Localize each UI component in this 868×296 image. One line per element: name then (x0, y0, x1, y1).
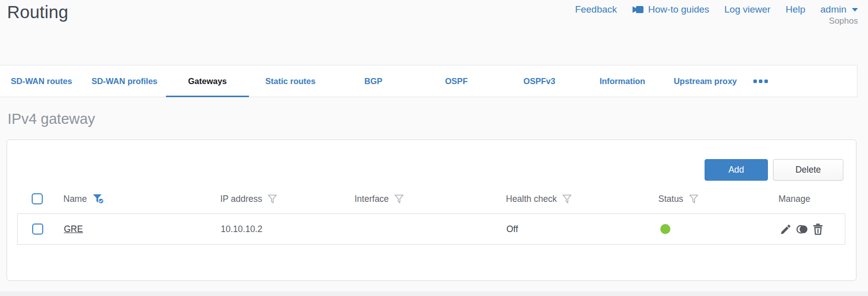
tab-sdwan-routes[interactable]: SD-WAN routes (0, 65, 83, 97)
status-up-indicator (660, 224, 670, 234)
clone-icon[interactable] (796, 224, 808, 235)
ip-address-cell: 10.10.10.2 (221, 224, 355, 235)
brand-label: Sophos (829, 16, 858, 26)
log-viewer-link[interactable]: Log viewer (724, 4, 770, 15)
manage-cell (779, 224, 846, 235)
delete-button[interactable]: Delete (773, 159, 843, 181)
funnel-filter-active-icon[interactable] (92, 193, 105, 204)
gateway-panel: Add Delete Name IP address (7, 139, 856, 281)
edit-pencil-icon[interactable] (780, 224, 792, 235)
gateway-name-link[interactable]: GRE (64, 224, 83, 234)
user-name-label: admin (820, 4, 846, 15)
tab-information[interactable]: Information (581, 65, 664, 97)
funnel-filter-icon[interactable] (562, 194, 572, 204)
howto-guides-link[interactable]: How-to guides (632, 4, 709, 15)
column-header-name: Name (63, 194, 87, 204)
gateway-table: Name IP address Interfac (17, 184, 845, 245)
funnel-filter-icon[interactable] (688, 194, 699, 204)
top-navigation: Feedback How-to guides Log viewer Help a… (575, 4, 858, 15)
column-header-manage: Manage (778, 194, 810, 204)
toolbar: Add Delete (705, 159, 843, 181)
health-check-cell: Off (506, 224, 659, 235)
section-heading: IPv4 gateway (8, 111, 95, 127)
delete-trash-icon[interactable] (813, 224, 823, 235)
column-header-status: Status (658, 194, 683, 204)
video-camera-icon (632, 6, 644, 14)
column-header-ip-address: IP address (220, 194, 262, 204)
bottom-edge (0, 291, 868, 296)
page-title: Routing (7, 2, 68, 22)
column-header-health-check: Health check (506, 194, 557, 204)
add-button[interactable]: Add (705, 159, 768, 181)
funnel-filter-icon[interactable] (267, 194, 278, 204)
tab-gateways[interactable]: Gateways (166, 65, 249, 97)
table-header-row: Name IP address Interfac (17, 184, 845, 213)
tab-ospf[interactable]: OSPF (415, 65, 498, 97)
select-all-checkbox[interactable] (32, 193, 43, 204)
chevron-down-icon (852, 8, 858, 12)
more-ellipsis-icon[interactable] (747, 65, 774, 97)
funnel-filter-icon[interactable] (394, 194, 404, 204)
tab-bgp[interactable]: BGP (332, 65, 415, 97)
user-menu[interactable]: admin (820, 4, 858, 15)
routing-page: { "window": { "title": "Routing", "brand… (0, 0, 868, 296)
routing-tabbar: SD-WAN routes SD-WAN profiles Gateways S… (0, 65, 857, 97)
feedback-link[interactable]: Feedback (575, 4, 617, 15)
tab-sdwan-profiles[interactable]: SD-WAN profiles (83, 65, 166, 97)
tab-static-routes[interactable]: Static routes (249, 65, 332, 97)
help-link[interactable]: Help (786, 4, 805, 15)
tab-ospfv3[interactable]: OSPFv3 (498, 65, 581, 97)
column-header-interface: Interface (355, 194, 389, 204)
howto-guides-label: How-to guides (648, 4, 709, 15)
table-row: GRE 10.10.10.2 Off (17, 213, 845, 245)
row-checkbox[interactable] (32, 224, 43, 235)
tab-upstream-proxy[interactable]: Upstream proxy (664, 65, 747, 97)
